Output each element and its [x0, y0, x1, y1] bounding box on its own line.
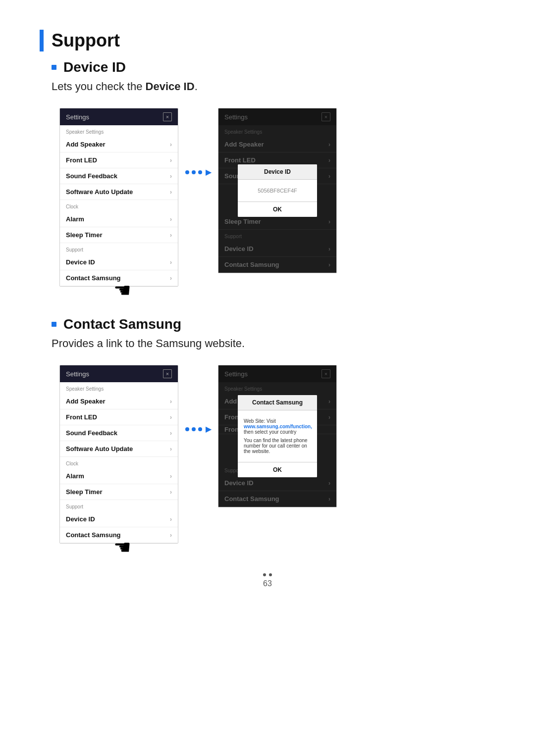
- dot4: [185, 427, 189, 431]
- sub-accent-bar: [52, 65, 56, 70]
- contact-left-clock-label: Clock: [60, 457, 178, 468]
- contact-left-sound-feedback-chevron: ›: [170, 430, 172, 437]
- dot1: [185, 170, 189, 174]
- contact-right-panel-wrapper: Settings × Speaker Settings Add Speaker …: [218, 365, 337, 507]
- device-id-left-panel: Settings × Speaker Settings Add Speaker …: [59, 108, 178, 287]
- contact-left-add-speaker-label: Add Speaker: [66, 398, 105, 405]
- left-speaker-label: Speaker Settings: [60, 125, 178, 137]
- page-number-text: 63: [263, 579, 272, 588]
- contact-samsung-description: Provides a link to the Samsung website.: [52, 337, 495, 350]
- section-title-text: Support: [52, 30, 120, 51]
- contact-left-device-id[interactable]: Device ID ›: [60, 511, 178, 527]
- modal-content: 5056BF8CEF4F: [238, 180, 317, 202]
- contact-modal-line3: You can find the latest phone number for…: [242, 436, 313, 456]
- contact-modal-line1-text: Web Site: Visit: [244, 418, 276, 424]
- contact-modal-line2: then select your country: [244, 429, 296, 435]
- contact-left-speaker-label: Speaker Settings: [60, 382, 178, 394]
- contact-left-header: Settings ×: [60, 365, 178, 382]
- arrow-head-1: ▶: [206, 167, 212, 177]
- page-dot-2: [269, 573, 272, 576]
- left-sound-feedback-chevron: ›: [170, 173, 172, 180]
- dot5: [192, 427, 196, 431]
- contact-left-device-id-chevron: ›: [170, 516, 172, 523]
- device-id-modal-overlay: Device ID 5056BF8CEF4F OK: [218, 108, 336, 273]
- arrow-2: ▶: [178, 365, 218, 434]
- contact-modal: Contact Samsung Web Site: Visit www.sams…: [238, 395, 317, 477]
- contact-samsung-title-text: Contact Samsung: [63, 316, 181, 332]
- contact-left-software-update-chevron: ›: [170, 446, 172, 453]
- left-device-id-label: Device ID: [66, 258, 95, 266]
- contact-modal-content: Web Site: Visit www.samsung.com/function…: [238, 410, 317, 462]
- contact-modal-ok-button[interactable]: OK: [238, 462, 317, 477]
- left-software-update-label: Software Auto Update: [66, 188, 133, 196]
- left-add-speaker-label: Add Speaker: [66, 141, 105, 148]
- device-id-description: Lets you check the Device ID.: [52, 80, 495, 93]
- contact-left-software-update[interactable]: Software Auto Update ›: [60, 441, 178, 457]
- device-id-title-text: Device ID: [63, 59, 126, 75]
- sub-accent-bar-2: [52, 322, 56, 327]
- left-close-icon: ×: [166, 114, 169, 120]
- modal-ok-button[interactable]: OK: [238, 202, 317, 217]
- contact-left-alarm[interactable]: Alarm ›: [60, 468, 178, 484]
- arrow-dots-2: ▶: [185, 424, 212, 434]
- device-id-subsection: Device ID Lets you check the Device ID. …: [40, 59, 495, 287]
- left-sound-feedback[interactable]: Sound Feedback ›: [60, 168, 178, 184]
- contact-left-sleep-timer-chevron: ›: [170, 489, 172, 496]
- contact-left-header-title: Settings: [66, 370, 89, 378]
- modal-title: Device ID: [238, 164, 317, 180]
- left-sleep-timer-label: Sleep Timer: [66, 231, 102, 239]
- contact-left-panel-wrapper: Settings × Speaker Settings Add Speaker …: [59, 365, 178, 544]
- contact-left-sound-feedback[interactable]: Sound Feedback ›: [60, 425, 178, 441]
- hand-cursor-1: ☚: [113, 279, 131, 302]
- left-header-title: Settings: [66, 113, 89, 121]
- contact-right-panel: Settings × Speaker Settings Add Speaker …: [218, 365, 337, 507]
- page-dots: [40, 573, 495, 576]
- contact-left-sleep-timer[interactable]: Sleep Timer ›: [60, 484, 178, 500]
- dot2: [192, 170, 196, 174]
- contact-left-support-label: Support: [60, 500, 178, 511]
- left-front-led-chevron: ›: [170, 157, 172, 164]
- modal-device-id-value: 5056BF8CEF4F: [242, 186, 313, 196]
- left-close-button[interactable]: ×: [163, 112, 172, 121]
- left-device-id[interactable]: Device ID ›: [60, 254, 178, 270]
- contact-left-front-led[interactable]: Front LED ›: [60, 409, 178, 425]
- contact-left-contact-samsung-chevron: ›: [170, 532, 172, 539]
- contact-modal-link[interactable]: www.samsung.com/function,: [244, 424, 312, 429]
- left-alarm-chevron: ›: [170, 216, 172, 223]
- arrow-1: ▶: [178, 108, 218, 177]
- device-id-left-panel-wrapper: Settings × Speaker Settings Add Speaker …: [59, 108, 178, 287]
- contact-samsung-screenshots-row: Settings × Speaker Settings Add Speaker …: [59, 365, 495, 544]
- dot3: [198, 170, 202, 174]
- contact-modal-line3-text: You can find the latest phone number for…: [244, 438, 308, 454]
- left-front-led[interactable]: Front LED ›: [60, 152, 178, 168]
- device-id-right-panel-wrapper: Settings × Speaker Settings Add Speaker …: [218, 108, 337, 273]
- left-sleep-timer[interactable]: Sleep Timer ›: [60, 227, 178, 243]
- left-alarm[interactable]: Alarm ›: [60, 211, 178, 227]
- contact-left-close[interactable]: ×: [163, 369, 172, 378]
- left-contact-samsung-label: Contact Samsung: [66, 274, 121, 282]
- desc-prefix: Lets you check the: [52, 80, 146, 93]
- left-add-speaker[interactable]: Add Speaker ›: [60, 137, 178, 152]
- contact-left-add-speaker[interactable]: Add Speaker ›: [60, 394, 178, 409]
- device-id-modal: Device ID 5056BF8CEF4F OK: [238, 164, 317, 217]
- left-contact-samsung-chevron: ›: [170, 275, 172, 282]
- contact-samsung-subsection: Contact Samsung Provides a link to the S…: [40, 316, 495, 544]
- left-device-id-chevron: ›: [170, 259, 172, 266]
- page-number-section: 63: [40, 573, 495, 588]
- contact-modal-line1: Web Site: Visit www.samsung.com/function…: [242, 416, 313, 436]
- contact-desc-text: Provides a link to the Samsung website.: [52, 337, 245, 350]
- arrow-dots-1: ▶: [185, 167, 212, 177]
- contact-modal-title: Contact Samsung: [238, 395, 317, 410]
- left-software-update[interactable]: Software Auto Update ›: [60, 184, 178, 200]
- contact-left-alarm-label: Alarm: [66, 472, 84, 480]
- desc-suffix: .: [195, 80, 198, 93]
- contact-samsung-subtitle: Contact Samsung: [52, 316, 495, 332]
- arrow-head-2: ▶: [206, 424, 212, 434]
- contact-left-front-led-chevron: ›: [170, 414, 172, 421]
- contact-left-contact-samsung-label: Contact Samsung: [66, 531, 121, 539]
- left-software-update-chevron: ›: [170, 189, 172, 196]
- left-sound-feedback-label: Sound Feedback: [66, 172, 117, 180]
- left-front-led-label: Front LED: [66, 156, 97, 164]
- contact-left-device-id-label: Device ID: [66, 515, 95, 523]
- contact-left-add-speaker-chevron: ›: [170, 398, 172, 405]
